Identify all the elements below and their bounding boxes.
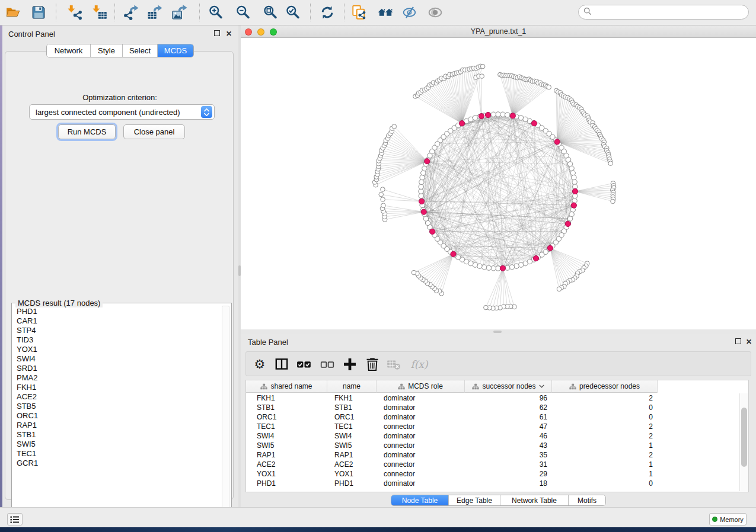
select-stepper-icon [201, 106, 212, 118]
zoom-out-icon[interactable] [234, 4, 252, 21]
zoom-selected-icon[interactable] [284, 4, 302, 21]
export-table-icon[interactable] [146, 4, 164, 21]
table-row[interactable]: YOX1YOX1connector291 [246, 469, 748, 479]
table-scrollbar[interactable] [739, 393, 748, 491]
save-icon[interactable] [30, 4, 47, 21]
scrollbar-thumb[interactable] [741, 408, 747, 467]
criterion-select[interactable]: largest connected component (undirected) [29, 104, 215, 120]
mcds-result-item[interactable]: PMA2 [12, 373, 221, 383]
mcds-result-item[interactable]: STP4 [12, 326, 221, 335]
float-window-icon[interactable] [735, 338, 741, 344]
table-row[interactable]: SWI4SWI4dominator462 [246, 431, 748, 441]
task-history-button[interactable] [7, 513, 23, 525]
mcds-result-item[interactable]: STB5 [12, 402, 221, 411]
tab-network-table[interactable]: Network Table [500, 495, 569, 505]
zoom-fit-icon[interactable] [261, 4, 279, 21]
toolbar-separator [56, 4, 56, 21]
apply-layout-icon[interactable] [318, 4, 336, 21]
mcds-result-item[interactable]: CAR1 [12, 316, 221, 326]
cell-successor-nodes: 35 [465, 450, 552, 460]
tab-mcds[interactable]: MCDS [158, 44, 193, 57]
split-view-icon[interactable] [273, 356, 290, 373]
new-network-from-selection-icon[interactable] [350, 4, 368, 21]
table-row[interactable]: STB1STB1dominator620 [246, 403, 748, 412]
column-header-predecessor-nodes[interactable]: predecessor nodes [552, 380, 658, 393]
tab-node-table[interactable]: Node Table [391, 495, 449, 505]
export-image-icon[interactable] [171, 4, 189, 21]
eye-icon[interactable] [426, 4, 444, 21]
mcds-result-item[interactable]: STB1 [12, 430, 221, 440]
network-canvas[interactable] [241, 38, 756, 329]
close-panel-button[interactable]: Close panel [123, 124, 185, 139]
table-row[interactable]: FKH1FKH1dominator962 [246, 393, 748, 403]
settings-gear-icon[interactable]: ⚙ [251, 356, 268, 373]
open-icon[interactable] [4, 4, 22, 21]
tab-edge-table[interactable]: Edge Table [449, 495, 500, 505]
cell-MCDS-role: dominator [377, 393, 465, 403]
select-all-icon[interactable] [296, 356, 312, 373]
table-row[interactable]: TEC1TEC1connector472 [246, 422, 748, 431]
cell-predecessor-nodes: 1 [552, 460, 658, 469]
mcds-result-item[interactable]: FKH1 [12, 383, 221, 392]
mcds-result-item[interactable]: RAP1 [12, 421, 221, 430]
import-network-icon[interactable] [66, 4, 84, 21]
splitter-grab-handle[interactable] [493, 331, 502, 333]
cell-successor-nodes: 62 [465, 403, 552, 412]
tab-motifs[interactable]: Motifs [569, 495, 605, 505]
table-panel-title: Table Panel [248, 338, 288, 347]
column-header-name[interactable]: name [327, 380, 377, 393]
eye-slash-icon[interactable] [401, 4, 419, 21]
tab-select[interactable]: Select [123, 44, 158, 57]
import-table-icon[interactable] [91, 4, 109, 21]
table-row[interactable]: SWI5SWI5connector431 [246, 441, 748, 450]
tab-style[interactable]: Style [91, 44, 123, 57]
mcds-result-item[interactable]: PHD1 [12, 307, 221, 316]
column-header-successor-nodes[interactable]: successor nodes [465, 380, 552, 393]
clear-table-icon[interactable] [385, 356, 402, 373]
cell-MCDS-role: connector [377, 460, 465, 469]
network-graph[interactable] [241, 38, 756, 329]
network-window-title: YPA_prune.txt_1 [241, 27, 756, 36]
network-window-titlebar[interactable]: YPA_prune.txt_1 [241, 25, 756, 38]
column-header-shared-name[interactable]: shared name [246, 380, 327, 393]
horizontal-splitter[interactable] [241, 329, 756, 334]
mcds-result-item[interactable]: ORC1 [12, 411, 221, 421]
mcds-result-item[interactable]: SWI5 [12, 440, 221, 449]
mcds-result-item[interactable]: GCR1 [12, 459, 221, 468]
cell-successor-nodes: 31 [465, 460, 552, 469]
control-panel: Control Panel ✕ Optimization criterion: … [2, 25, 238, 507]
run-mcds-button[interactable]: Run MCDS [58, 124, 116, 139]
toolbar-separator [199, 4, 200, 21]
search-input[interactable] [592, 8, 748, 17]
mcds-result-item[interactable]: TID3 [12, 335, 221, 345]
zoom-in-icon[interactable] [207, 4, 225, 21]
cell-predecessor-nodes: 0 [552, 403, 658, 412]
cell-shared-name: FKH1 [246, 393, 327, 403]
mcds-result-item[interactable]: SWI4 [12, 354, 221, 364]
table-row[interactable]: ACE2ACE2connector311 [246, 460, 748, 469]
mcds-result-list[interactable]: PHD1CAR1STP4TID3YOX1SWI4SRD1PMA2FKH1ACE2… [12, 307, 221, 520]
cell-predecessor-nodes: 2 [552, 450, 658, 460]
close-panel-icon[interactable]: ✕ [226, 31, 232, 37]
export-network-icon[interactable] [122, 4, 140, 21]
mcds-list-scrollbar[interactable] [222, 306, 229, 519]
mcds-result-item[interactable]: ACE2 [12, 392, 221, 402]
houses-icon[interactable] [377, 4, 394, 21]
tab-network[interactable]: Network [47, 44, 91, 57]
deselect-all-icon[interactable] [319, 356, 336, 373]
memory-button[interactable]: Memory [709, 513, 747, 525]
function-builder-icon[interactable]: f(x) [411, 356, 428, 373]
mcds-result-item[interactable]: TEC1 [12, 449, 221, 459]
table-row[interactable]: PHD1PHD1dominator180 [246, 479, 748, 488]
table-row[interactable]: RAP1RAP1dominator352 [246, 450, 748, 460]
cell-name: TEC1 [327, 422, 377, 431]
column-header-MCDS-role[interactable]: MCDS role [377, 380, 465, 393]
float-window-icon[interactable] [214, 30, 220, 36]
delete-columns-icon[interactable] [364, 356, 381, 373]
mcds-result-item[interactable]: SRD1 [12, 364, 221, 373]
search-box[interactable] [578, 5, 749, 20]
table-row[interactable]: ORC1ORC1dominator610 [246, 412, 748, 422]
close-panel-icon[interactable]: ✕ [746, 339, 752, 345]
mcds-result-item[interactable]: YOX1 [12, 345, 221, 354]
add-column-icon[interactable] [342, 356, 358, 373]
